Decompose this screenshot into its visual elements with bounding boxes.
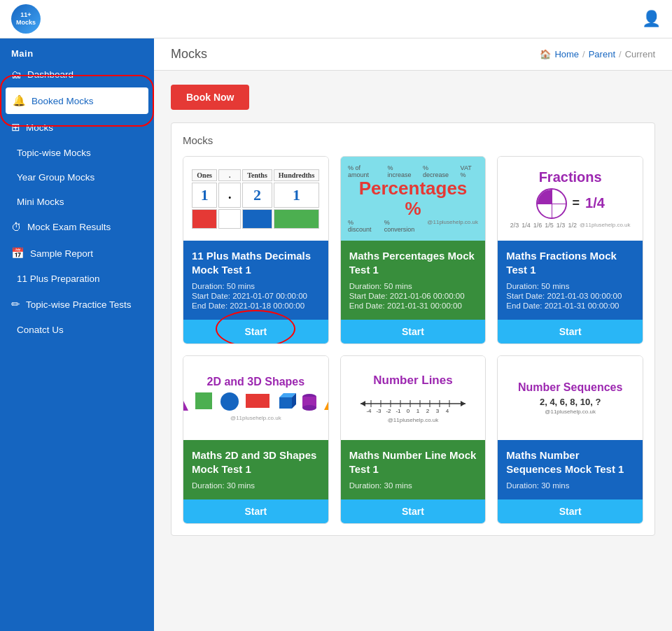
mock-card-numseq: Number Sequences 2, 4, 6, 8, 10, ? @11pl… [497,355,643,524]
card-title-shapes: Maths 2D and 3D Shapes Mock Test 1 [192,448,320,476]
dashboard-icon: 🗂 [11,69,22,80]
svg-point-9 [302,405,316,411]
start-button-fractions[interactable]: Start [498,320,643,343]
sidebar-item-topic-wise-mocks[interactable]: Topic-wise Mocks [0,141,154,165]
mocks-icon: ⊞ [11,121,20,134]
card-detail-enddate-pct: End Date: 2021-01-31 00:00:00 [349,302,477,310]
rect-shape [246,394,271,409]
breadcrumb-parent[interactable]: Parent [589,49,615,59]
sidebar-item-mocks[interactable]: ⊞ Mocks [0,114,154,141]
card-detail-duration-nl: Duration: 30 mins [349,481,477,490]
svg-point-2 [220,392,239,411]
sidebar-item-label: Year Group Mocks [17,172,94,183]
card-detail-duration-pct: Duration: 50 mins [349,282,477,290]
main-content: Mocks 🏠 Home / Parent / Current Book Now… [154,38,672,631]
start-button-decimals[interactable]: Start [183,320,328,343]
svg-text:-4: -4 [366,408,372,414]
svg-text:4: 4 [446,408,449,414]
sidebar-item-11-plus-preparation[interactable]: 11 Plus Preparation [0,267,154,291]
numseq-title: Number Sequences [518,381,622,394]
topbar: 11+Mocks 👤 [0,0,672,38]
frac-circle [536,188,567,219]
breadcrumb-home[interactable]: Home [554,49,579,59]
shapes-label: 2D and 3D Shapes [207,376,305,388]
start-button-numseq[interactable]: Start [498,499,643,523]
card-detail-startdate-frac: Start Date: 2021-01-03 00:00:00 [506,292,634,300]
svg-text:-3: -3 [376,408,382,414]
sidebar-item-contact-us[interactable]: Conatct Us [0,318,154,342]
card-image-percentages: % of amount% increase% decreaseVAT % Per… [341,157,486,241]
mock-card-shapes: 2D and 3D Shapes [183,355,329,524]
book-now-button[interactable]: Book Now [171,85,249,110]
svg-text:1: 1 [416,408,420,414]
numline-title: Number Lines [373,374,452,388]
card-detail-duration-shapes: Duration: 30 mins [192,481,320,490]
mock-card-numberline: Number Lines [340,355,486,524]
svg-text:0: 0 [407,408,410,414]
layout: Main 🗂 Dashboard 🔔 Booked Mocks ⊞ Mocks … [0,38,672,631]
shapes-visual: 2D and 3D Shapes [183,356,328,440]
sidebar-item-year-group-mocks[interactable]: Year Group Mocks [0,165,154,190]
decimals-table: Ones . Tenths Hundredths 1 . 2 1 [190,168,321,230]
booked-mocks-icon: 🔔 [13,94,26,107]
sidebar-item-booked-mocks[interactable]: 🔔 Booked Mocks [6,87,148,114]
frac-quarter [538,190,552,204]
svg-text:-2: -2 [386,408,391,414]
card-body-numseq: Maths Number Sequences Mock Test 1 Durat… [498,440,643,499]
start-button-percentages[interactable]: Start [341,320,486,343]
topbar-right: 👤 [642,10,661,28]
svg-rect-4 [279,397,292,409]
circle-shape [219,391,240,412]
sidebar-item-sample-report[interactable]: 📅 Sample Report [0,240,154,267]
sidebar-item-label: Dashboard [27,69,74,80]
sidebar-item-label: Conatct Us [17,325,64,335]
card-title-decimals: 11 Plus Maths Decimals Mock Test 1 [192,249,320,276]
sidebar-item-mini-mocks[interactable]: Mini Mocks [0,190,154,214]
svg-marker-13 [360,401,365,406]
numline-watermark: @11plusehelp.co.uk [388,417,439,423]
pct-visual: % of amount% increase% decreaseVAT % Per… [341,157,486,241]
card-detail-duration-frac: Duration: 50 mins [506,282,634,290]
breadcrumb: 🏠 Home / Parent / Current [540,49,655,59]
sidebar-item-label: Booked Mocks [31,96,94,106]
card-title-percentages: Maths Percentages Mock Test 1 [349,249,477,276]
sidebar-item-label: 11 Plus Preparation [17,274,100,284]
sidebar-item-mock-exam-results[interactable]: ⏱ Mock Exam Results [0,214,154,240]
card-detail-startdate-decimals: Start Date: 2021-01-07 00:00:00 [192,292,320,300]
sidebar-item-topic-wise-practice[interactable]: ✏ Topic-wise Practice Tests [0,291,154,318]
card-title-fractions: Maths Fractions Mock Test 1 [506,249,634,276]
sidebar-item-label: Topic-wise Practice Tests [26,299,132,310]
user-icon[interactable]: 👤 [642,10,661,28]
sidebar-section-main: Main [0,38,154,62]
frac-small-row: 2/31/41/61/51/31/2 @11plusehelp.co.uk [510,222,631,229]
number-line-svg: -4 -3 -2 -1 0 1 2 3 4 [357,393,469,414]
breadcrumb-sep2: / [619,49,622,59]
mock-card-decimals: Ones . Tenths Hundredths 1 . 2 1 [183,156,329,344]
card-detail-duration-decimals: Duration: 50 mins [192,282,320,290]
sidebar-item-label: Topic-wise Mocks [17,148,91,158]
frac-circle-row: = 1/4 [536,188,605,219]
card-title-numberline: Maths Number Line Mock Test 1 [349,448,477,476]
card-detail-enddate-frac: End Date: 2021-01-31 00:00:00 [506,302,634,310]
topic-wise-practice-icon: ✏ [11,298,20,311]
pct-main-text: Percentages% [359,178,468,218]
svg-rect-3 [246,394,270,408]
start-button-numberline[interactable]: Start [341,499,486,523]
sidebar-item-dashboard[interactable]: 🗂 Dashboard [0,62,154,87]
frac-title: Fractions [539,169,602,185]
card-image-shapes: 2D and 3D Shapes [183,356,328,440]
logo-image: 11+Mocks [11,4,41,34]
card-image-fractions: Fractions = 1/4 [498,157,643,241]
triangle-shape [183,391,190,412]
logo: 11+Mocks [11,4,41,34]
sidebar-item-label: Mock Exam Results [27,222,111,232]
page-title: Mocks [171,47,207,62]
card-body-percentages: Maths Percentages Mock Test 1 Duration: … [341,241,486,320]
card-image-numberline: Number Lines [341,356,486,440]
shapes-row [183,391,328,412]
cards-grid: Ones . Tenths Hundredths 1 . 2 1 [183,156,643,524]
card-body-decimals: 11 Plus Maths Decimals Mock Test 1 Durat… [183,241,328,320]
cylinder-shape [302,391,317,412]
pyramid-shape [323,392,328,411]
start-button-shapes[interactable]: Start [183,499,328,523]
